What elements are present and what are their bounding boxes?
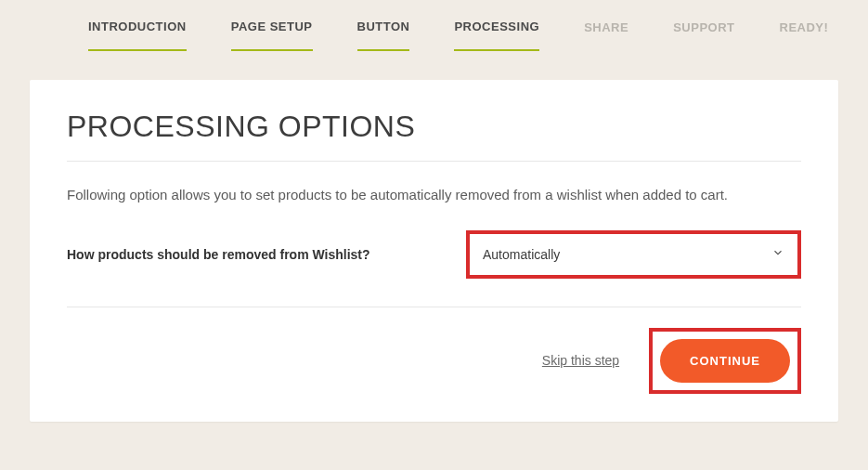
page-title: PROCESSING OPTIONS [67, 110, 801, 162]
tab-support: SUPPORT [673, 2, 734, 50]
skip-link[interactable]: Skip this step [542, 353, 619, 368]
tab-button[interactable]: BUTTON [357, 1, 410, 51]
continue-highlight-box: CONTINUE [649, 328, 801, 394]
select-value: Automatically [483, 247, 560, 262]
option-row: How products should be removed from Wish… [67, 230, 801, 307]
wizard-tabs: INTRODUCTION PAGE SETUP BUTTON PROCESSIN… [0, 0, 868, 52]
tab-share: SHARE [584, 2, 628, 50]
continue-button[interactable]: CONTINUE [660, 339, 790, 383]
field-label: How products should be removed from Wish… [67, 247, 410, 262]
tab-processing[interactable]: PROCESSING [454, 1, 539, 51]
tab-introduction[interactable]: INTRODUCTION [88, 1, 187, 51]
tab-ready: READY! [780, 2, 829, 50]
footer-actions: Skip this step CONTINUE [67, 307, 801, 394]
select-highlight-box: Automatically [466, 230, 801, 279]
chevron-down-icon [771, 246, 784, 262]
content-card: PROCESSING OPTIONS Following option allo… [30, 80, 838, 422]
tab-page-setup[interactable]: PAGE SETUP [231, 1, 313, 51]
removal-mode-select[interactable]: Automatically [470, 234, 797, 275]
page-description: Following option allows you to set produ… [67, 162, 801, 230]
